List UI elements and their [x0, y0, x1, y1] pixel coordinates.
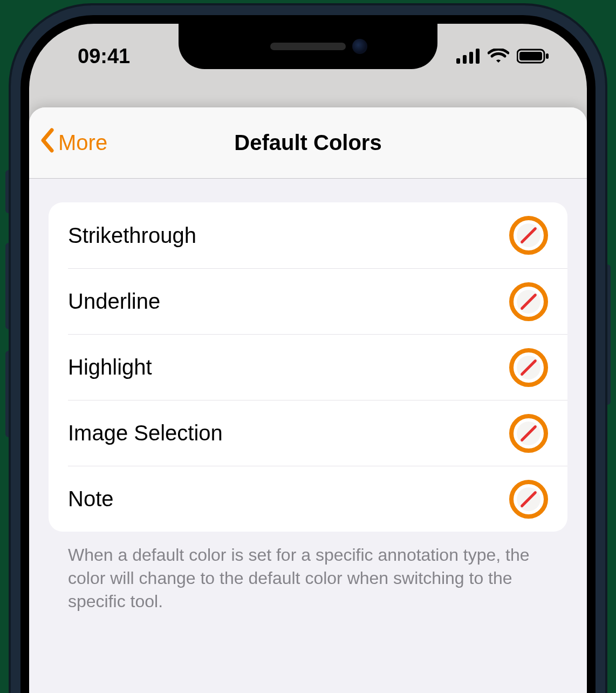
- no-color-swatch-icon: [509, 282, 548, 321]
- nav-bar: More Default Colors: [29, 107, 587, 179]
- back-label: More: [58, 131, 107, 155]
- wifi-icon: [488, 49, 509, 64]
- chevron-left-icon: [39, 128, 55, 158]
- no-color-swatch-icon: [509, 480, 548, 519]
- phone-notch: [179, 24, 437, 69]
- no-color-swatch-icon: [509, 414, 548, 453]
- row-label: Strikethrough: [68, 223, 196, 248]
- row-image-selection[interactable]: Image Selection: [68, 400, 567, 466]
- svg-rect-0: [456, 58, 460, 64]
- phone-bezel: 09:41: [20, 15, 596, 693]
- svg-rect-5: [519, 52, 542, 60]
- row-label: Underline: [68, 289, 160, 314]
- svg-rect-1: [463, 55, 467, 64]
- back-button[interactable]: More: [29, 128, 107, 158]
- row-label: Note: [68, 487, 114, 511]
- no-color-swatch-icon: [509, 348, 548, 387]
- row-label: Image Selection: [68, 421, 223, 445]
- page-title: Default Colors: [29, 131, 587, 155]
- cellular-signal-icon: [456, 49, 480, 64]
- phone-front-camera: [352, 39, 367, 54]
- phone-speaker: [270, 43, 346, 50]
- row-highlight[interactable]: Highlight: [68, 334, 567, 400]
- svg-rect-6: [546, 53, 549, 59]
- row-strikethrough[interactable]: Strikethrough: [49, 202, 567, 268]
- phone-screen: 09:41: [29, 24, 587, 693]
- svg-rect-3: [476, 49, 480, 64]
- row-note[interactable]: Note: [68, 466, 567, 532]
- content: Strikethrough Underline Highlight: [29, 179, 587, 614]
- svg-rect-2: [469, 52, 473, 64]
- status-time: 09:41: [78, 45, 130, 68]
- section-footer: When a default color is set for a specif…: [49, 532, 567, 614]
- row-underline[interactable]: Underline: [68, 268, 567, 334]
- status-icons: [456, 49, 549, 64]
- phone-body: 09:41: [11, 5, 605, 693]
- no-color-swatch-icon: [509, 216, 548, 255]
- settings-sheet: More Default Colors Strikethrough Underl…: [29, 107, 587, 693]
- settings-group: Strikethrough Underline Highlight: [49, 202, 567, 532]
- row-label: Highlight: [68, 355, 152, 379]
- battery-icon: [517, 49, 549, 64]
